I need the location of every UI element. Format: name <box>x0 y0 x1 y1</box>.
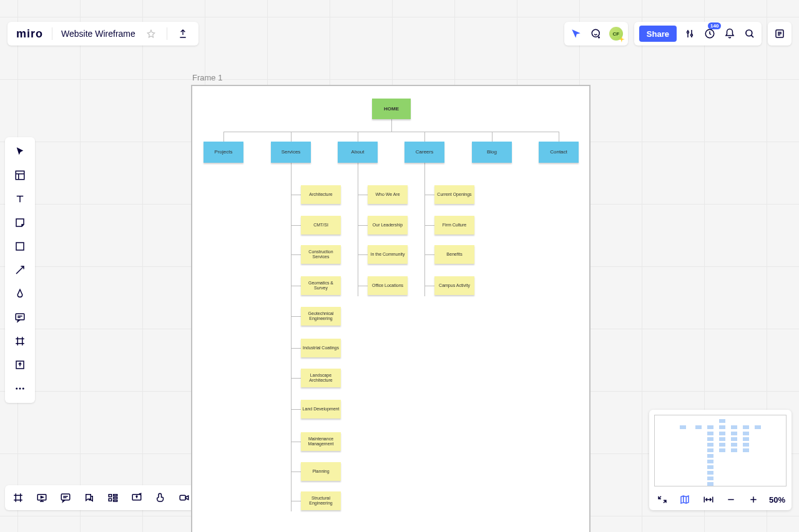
node-service-child[interactable]: Geomatics & Survey <box>301 276 341 295</box>
node-about[interactable]: About <box>338 142 378 163</box>
svg-rect-14 <box>61 494 70 500</box>
node-service-child[interactable]: Land Development <box>301 400 341 418</box>
search-icon[interactable] <box>743 27 757 41</box>
node-service-child[interactable]: CMT/SI <box>301 216 341 235</box>
miro-logo[interactable]: miro <box>16 27 43 41</box>
node-home[interactable]: HOME <box>372 99 411 119</box>
zoom-in-icon[interactable] <box>747 493 760 506</box>
avatar-initials: CF <box>613 31 620 37</box>
voting-icon[interactable] <box>154 491 167 505</box>
shape-tool-icon[interactable] <box>5 239 35 253</box>
svg-rect-6 <box>16 171 24 180</box>
bell-icon[interactable] <box>723 27 737 41</box>
pen-tool-icon[interactable] <box>5 287 35 301</box>
present-icon[interactable] <box>35 491 49 505</box>
comments-group <box>768 22 792 46</box>
video-icon[interactable] <box>177 491 191 505</box>
timer-icon[interactable]: 140 <box>703 27 717 41</box>
zoom-controls: 50% <box>654 491 787 506</box>
svg-rect-21 <box>180 495 185 500</box>
fit-width-icon[interactable] <box>702 493 715 506</box>
svg-point-0 <box>592 29 599 37</box>
svg-point-12 <box>22 388 24 390</box>
node-about-child[interactable]: Office Locations <box>368 276 408 295</box>
frame-label[interactable]: Frame 1 <box>192 73 222 82</box>
svg-rect-16 <box>109 499 112 501</box>
svg-rect-8 <box>16 314 24 320</box>
node-contact[interactable]: Contact <box>539 142 579 163</box>
node-about-child[interactable]: Who We Are <box>368 185 408 204</box>
zoom-level[interactable]: 50% <box>769 495 785 505</box>
node-careers-child[interactable]: Current Openings <box>434 185 474 204</box>
more-tools-icon[interactable] <box>5 382 35 395</box>
avatar[interactable]: CF <box>609 27 623 41</box>
node-service-child[interactable]: Architecture <box>301 185 341 204</box>
svg-rect-19 <box>114 500 117 501</box>
node-service-child[interactable]: Planning <box>301 462 341 481</box>
sticky-tool-icon[interactable] <box>5 216 35 230</box>
node-service-child[interactable]: Landscape Architecture <box>301 369 341 387</box>
comment-tool-icon[interactable] <box>5 311 35 324</box>
node-service-child[interactable]: Construction Services <box>301 245 341 264</box>
node-about-child[interactable]: In the Community <box>368 245 408 264</box>
reactions-icon[interactable] <box>589 27 603 41</box>
arrow-tool-icon[interactable] <box>5 263 35 277</box>
fullscreen-collapse-icon[interactable] <box>655 493 669 506</box>
upload-tool-icon[interactable] <box>5 358 35 372</box>
frames-icon[interactable] <box>11 491 25 505</box>
node-careers[interactable]: Careers <box>404 142 444 163</box>
node-service-child[interactable]: Geotechnical Engineering <box>301 307 341 326</box>
node-careers-child[interactable]: Benefits <box>434 245 474 264</box>
actions-group: Share 140 <box>634 22 762 46</box>
frame-1[interactable]: HOME Projects Services About Careers Blo… <box>191 85 591 532</box>
minimap[interactable] <box>654 415 787 486</box>
node-blog[interactable]: Blog <box>472 142 512 163</box>
upload-icon[interactable] <box>176 27 190 41</box>
divider <box>167 27 167 40</box>
presence-group: CF <box>564 22 628 46</box>
node-about-child[interactable]: Our Leadership <box>368 216 408 235</box>
node-projects[interactable]: Projects <box>203 142 243 163</box>
node-careers-child[interactable]: Firm Culture <box>434 216 474 235</box>
minimap-panel: 50% <box>649 410 792 510</box>
cursor-mode-icon[interactable] <box>569 27 583 41</box>
share-button[interactable]: Share <box>639 26 677 42</box>
svg-point-2 <box>691 34 693 36</box>
node-services[interactable]: Services <box>271 142 311 163</box>
app-header-left: miro Website Wireframe <box>7 22 199 46</box>
star-icon[interactable] <box>144 27 158 41</box>
svg-point-10 <box>16 388 17 390</box>
vertical-toolbar <box>5 137 35 403</box>
node-service-child[interactable]: Maintenance Management <box>301 432 341 451</box>
frame-tool-icon[interactable] <box>5 334 35 348</box>
svg-point-11 <box>19 388 21 390</box>
svg-point-1 <box>687 31 689 33</box>
chat-icon[interactable] <box>82 491 96 505</box>
comments-icon[interactable] <box>59 491 72 505</box>
zoom-out-icon[interactable] <box>724 493 738 506</box>
settings-icon[interactable] <box>683 27 697 41</box>
node-careers-child[interactable]: Campus Activity <box>434 276 474 295</box>
notes-icon[interactable] <box>773 27 787 41</box>
divider <box>52 27 52 40</box>
svg-rect-7 <box>16 243 24 250</box>
svg-rect-15 <box>109 495 112 497</box>
select-tool-icon[interactable] <box>5 145 35 158</box>
svg-point-4 <box>746 30 752 36</box>
notification-badge: 140 <box>708 22 721 29</box>
template-tool-icon[interactable] <box>5 168 35 182</box>
svg-rect-18 <box>114 497 117 498</box>
board-title[interactable]: Website Wireframe <box>61 29 135 39</box>
node-service-child[interactable]: Structural Engineering <box>301 491 341 510</box>
app-header-right: CF Share 140 <box>564 22 792 46</box>
cards-icon[interactable] <box>106 491 120 505</box>
minimap-toggle-icon[interactable] <box>678 493 692 506</box>
node-service-child[interactable]: Industrial Coatings <box>301 339 341 357</box>
text-tool-icon[interactable] <box>5 192 35 206</box>
screenshare-icon[interactable] <box>130 491 144 505</box>
svg-rect-17 <box>114 495 117 496</box>
